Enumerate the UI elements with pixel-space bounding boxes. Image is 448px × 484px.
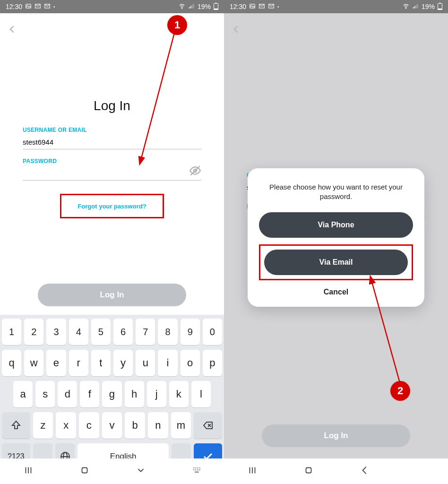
- battery-percent: 19%: [422, 3, 435, 10]
- login-button[interactable]: Log In: [38, 284, 186, 306]
- image-icon: [249, 3, 256, 11]
- login-button[interactable]: Log In: [262, 424, 410, 447]
- cancel-button[interactable]: Cancel: [259, 285, 413, 296]
- reset-method-modal: Please choose how you want to reset your…: [248, 168, 424, 307]
- battery-percent: 19%: [198, 3, 211, 10]
- key-1[interactable]: 1: [2, 319, 21, 345]
- back-button[interactable]: [8, 25, 17, 36]
- key-0[interactable]: 0: [203, 319, 222, 345]
- key-z[interactable]: z: [33, 412, 53, 439]
- nav-home[interactable]: [303, 465, 314, 477]
- nav-recents[interactable]: [23, 465, 34, 477]
- annotation-badge-2: 2: [390, 381, 410, 401]
- key-n[interactable]: n: [148, 412, 168, 439]
- key-backspace[interactable]: [194, 412, 222, 439]
- key-a[interactable]: a: [13, 381, 33, 407]
- svg-rect-36: [417, 4, 418, 8]
- forgot-password-link[interactable]: Forgot your password?: [78, 203, 146, 210]
- more-notifications-icon: •: [53, 4, 55, 9]
- key-d[interactable]: d: [58, 381, 77, 407]
- key-k[interactable]: k: [169, 381, 189, 407]
- annotation-highlight-box: Via Email: [259, 244, 413, 280]
- annotation-badge-1: 1: [167, 15, 187, 35]
- username-label: USERNAME OR EMAIL: [23, 127, 201, 133]
- key-3[interactable]: 3: [46, 319, 66, 345]
- nav-home[interactable]: [79, 465, 90, 477]
- page-title: Log In: [23, 98, 201, 113]
- key-o[interactable]: o: [181, 350, 200, 376]
- status-bar: 12:30 • 19%: [224, 0, 448, 13]
- key-8[interactable]: 8: [158, 319, 177, 345]
- nav-recents[interactable]: [247, 465, 258, 477]
- system-nav-bar: [224, 458, 448, 484]
- svg-rect-33: [413, 7, 414, 8]
- key-4[interactable]: 4: [69, 319, 88, 345]
- mail-icon: [268, 3, 275, 11]
- key-7[interactable]: 7: [136, 319, 155, 345]
- svg-point-23: [199, 467, 200, 469]
- soft-keyboard: 1 2 3 4 5 6 7 8 9 0 q w e r t y u i o p …: [0, 315, 224, 458]
- svg-point-24: [193, 469, 194, 471]
- key-h[interactable]: h: [125, 381, 144, 407]
- username-input[interactable]: [23, 136, 201, 149]
- svg-point-32: [405, 8, 406, 9]
- key-p[interactable]: p: [203, 350, 222, 376]
- key-5[interactable]: 5: [91, 319, 111, 345]
- key-t[interactable]: t: [91, 350, 111, 376]
- modal-prompt: Please choose how you want to reset your…: [259, 182, 413, 202]
- eye-off-icon[interactable]: [189, 164, 201, 179]
- image-icon: [25, 3, 32, 11]
- key-e[interactable]: e: [46, 350, 66, 376]
- status-time: 12:30: [230, 3, 246, 10]
- key-2[interactable]: 2: [24, 319, 43, 345]
- battery-icon: [438, 3, 442, 10]
- more-notifications-icon: •: [277, 4, 279, 9]
- password-input[interactable]: [23, 167, 201, 181]
- svg-rect-5: [190, 6, 191, 9]
- key-shift[interactable]: [2, 412, 30, 439]
- via-phone-button[interactable]: Via Phone: [259, 212, 413, 238]
- nav-back[interactable]: [360, 465, 370, 477]
- key-r[interactable]: r: [69, 350, 88, 376]
- key-j[interactable]: j: [147, 381, 166, 407]
- key-c[interactable]: c: [79, 412, 99, 439]
- reset-password-screen: USE PAS Please choose how you want to re…: [224, 13, 448, 458]
- svg-rect-4: [189, 7, 190, 8]
- svg-rect-43: [306, 468, 311, 473]
- svg-point-27: [199, 469, 200, 471]
- wifi-icon: [403, 3, 409, 11]
- key-g[interactable]: g: [102, 381, 121, 407]
- password-label: PASSWORD: [23, 158, 201, 164]
- annotation-highlight-box: Forgot your password?: [60, 194, 164, 218]
- key-9[interactable]: 9: [181, 319, 200, 345]
- key-w[interactable]: w: [24, 350, 43, 376]
- key-6[interactable]: 6: [113, 319, 133, 345]
- key-f[interactable]: f: [80, 381, 99, 407]
- via-email-button[interactable]: Via Email: [264, 250, 408, 275]
- svg-point-22: [197, 467, 198, 469]
- key-u[interactable]: u: [136, 350, 155, 376]
- svg-point-21: [195, 467, 197, 469]
- svg-rect-6: [192, 5, 193, 8]
- status-time: 12:30: [6, 3, 22, 10]
- svg-rect-19: [82, 468, 87, 473]
- nav-keyboard-icon[interactable]: [192, 466, 201, 477]
- key-b[interactable]: b: [125, 412, 145, 439]
- nav-back[interactable]: [136, 465, 146, 477]
- svg-point-3: [181, 8, 182, 9]
- key-i[interactable]: i: [158, 350, 177, 376]
- key-y[interactable]: y: [113, 350, 133, 376]
- mail-icon: [34, 3, 41, 11]
- signal-icon: [412, 3, 419, 11]
- system-nav-bar: [0, 458, 224, 484]
- key-v[interactable]: v: [102, 412, 122, 439]
- key-l[interactable]: l: [191, 381, 211, 407]
- screenshot-2: 12:30 • 19%: [224, 0, 448, 484]
- key-x[interactable]: x: [56, 412, 76, 439]
- key-s[interactable]: s: [35, 381, 55, 407]
- back-button[interactable]: [232, 25, 241, 36]
- key-m[interactable]: m: [171, 412, 191, 439]
- svg-rect-34: [414, 6, 415, 9]
- svg-rect-7: [193, 4, 194, 8]
- key-q[interactable]: q: [2, 350, 21, 376]
